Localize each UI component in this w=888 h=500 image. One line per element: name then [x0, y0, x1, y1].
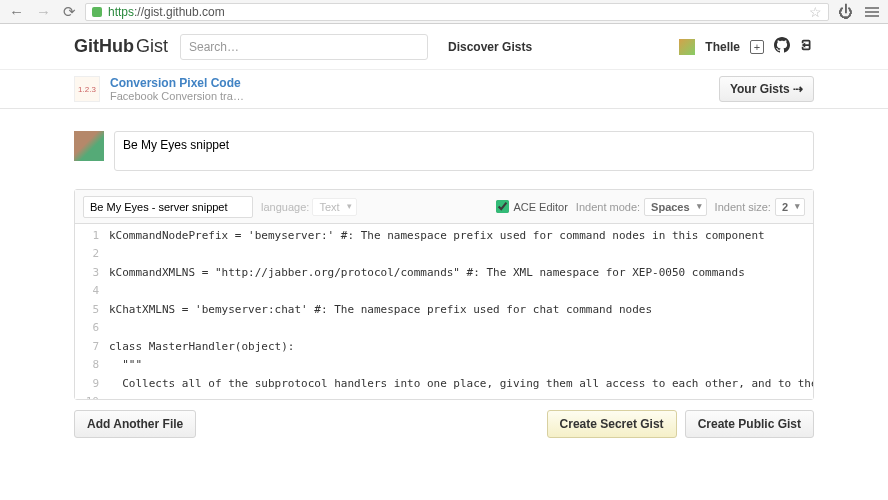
- file-editor: language: Text ACE Editor Indent mode: S…: [74, 189, 814, 400]
- ace-editor-toggle[interactable]: ACE Editor: [496, 200, 567, 213]
- site-header: GitHubGist Search… Discover Gists Thelle…: [0, 24, 888, 70]
- forward-button[interactable]: →: [33, 3, 54, 20]
- filename-input[interactable]: [83, 196, 253, 218]
- file-toolbar: language: Text ACE Editor Indent mode: S…: [75, 190, 813, 224]
- language-selector[interactable]: language: Text: [261, 201, 357, 213]
- create-secret-gist-button[interactable]: Create Secret Gist: [547, 410, 677, 438]
- code-body[interactable]: kCommandNodePrefix = 'bemyserver:' #: Th…: [105, 224, 813, 399]
- hamburger-menu-icon[interactable]: [862, 7, 882, 17]
- bookmark-star-icon[interactable]: ☆: [809, 4, 822, 20]
- discover-gists-link[interactable]: Discover Gists: [448, 40, 532, 54]
- github-octocat-icon[interactable]: [774, 37, 790, 56]
- create-public-gist-button[interactable]: Create Public Gist: [685, 410, 814, 438]
- code-editor[interactable]: 1234567891011121314151617 kCommandNodePr…: [75, 224, 813, 399]
- indent-mode-selector[interactable]: Indent mode: Spaces: [576, 198, 707, 216]
- reload-button[interactable]: ⟳: [60, 3, 79, 21]
- new-gist-icon[interactable]: +: [750, 40, 764, 54]
- parent-gist-desc: Facebook Conversion tra…: [110, 90, 244, 102]
- power-icon[interactable]: ⏻: [835, 3, 856, 20]
- user-avatar-small[interactable]: [679, 39, 695, 55]
- logo-thin: Gist: [136, 36, 168, 57]
- logo-bold: GitHub: [74, 36, 134, 57]
- repo-subhead: 1.2.3 Conversion Pixel Code Facebook Con…: [0, 70, 888, 108]
- gist-description-input[interactable]: Be My Eyes snippet: [114, 131, 814, 171]
- logout-icon[interactable]: [800, 38, 814, 55]
- parent-gist-title[interactable]: Conversion Pixel Code: [110, 76, 244, 90]
- ace-checkbox[interactable]: [496, 200, 509, 213]
- url-scheme: https: [108, 5, 134, 19]
- line-gutter: 1234567891011121314151617: [75, 224, 105, 399]
- add-file-button[interactable]: Add Another File: [74, 410, 196, 438]
- github-gist-logo[interactable]: GitHubGist: [74, 36, 168, 57]
- url-bar[interactable]: https://gist.github.com ☆: [85, 3, 829, 21]
- gist-thumbnail-icon: 1.2.3: [74, 76, 100, 102]
- url-rest: ://gist.github.com: [134, 5, 225, 19]
- your-gists-button[interactable]: Your Gists ⇢: [719, 76, 814, 102]
- search-input[interactable]: Search…: [180, 34, 428, 60]
- browser-chrome: ← → ⟳ https://gist.github.com ☆ ⏻: [0, 0, 888, 24]
- username[interactable]: Thelle: [705, 40, 740, 54]
- main-content: Be My Eyes snippet language: Text ACE Ed…: [74, 109, 814, 438]
- action-buttons: Add Another File Create Secret Gist Crea…: [74, 410, 814, 438]
- indent-size-selector[interactable]: Indent size: 2: [715, 198, 805, 216]
- user-avatar: [74, 131, 104, 161]
- lock-icon: [92, 7, 102, 17]
- back-button[interactable]: ←: [6, 3, 27, 20]
- search-placeholder: Search…: [189, 40, 239, 54]
